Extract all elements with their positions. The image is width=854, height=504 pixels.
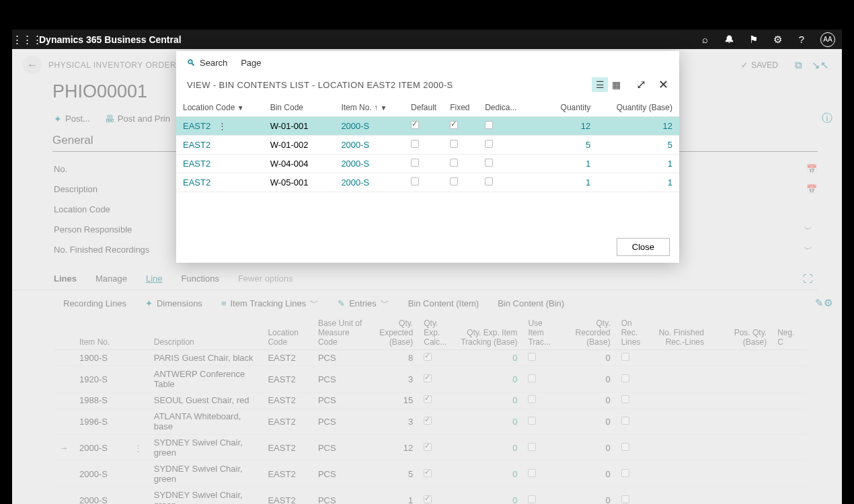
expand-icon[interactable]: ⤢: [636, 77, 646, 92]
list-view-icon[interactable]: ☰: [592, 77, 608, 92]
top-navbar: ⋮⋮⋮ Dynamics 365 Business Central ⌕ 🔔︎ ⚑…: [12, 30, 842, 49]
mcol-fixed[interactable]: Fixed: [443, 99, 478, 117]
table-row[interactable]: EAST2W-04-0042000-S11: [176, 155, 679, 173]
modal-search-button[interactable]: 🔍︎Search: [187, 58, 227, 68]
mcol-location[interactable]: Location Code ▼: [176, 99, 264, 117]
app-launcher-icon[interactable]: ⋮⋮⋮: [12, 34, 39, 46]
close-button[interactable]: Close: [617, 238, 670, 256]
mcol-default[interactable]: Default: [404, 99, 443, 117]
bin-contents-modal: 🔍︎Search Page VIEW - BIN CONTENTS LIST -…: [176, 51, 679, 263]
flag-icon[interactable]: ⚑: [741, 34, 765, 46]
mcol-bin[interactable]: Bin Code: [264, 99, 335, 117]
mcol-qty[interactable]: Quantity: [523, 99, 597, 117]
tile-view-icon[interactable]: ▦: [608, 77, 624, 92]
search-icon[interactable]: ⌕: [693, 34, 717, 45]
mcol-item[interactable]: Item No. ↑ ▼: [334, 99, 404, 117]
bin-contents-table: Location Code ▼ Bin Code Item No. ↑ ▼ De…: [176, 99, 679, 192]
mcol-qty-base[interactable]: Quantity (Base): [597, 99, 679, 117]
mcol-dedicated[interactable]: Dedica...: [478, 99, 523, 117]
table-row[interactable]: EAST2W-05-0012000-S11: [176, 173, 679, 192]
brand-title: Dynamics 365 Business Central: [39, 34, 182, 45]
user-avatar[interactable]: AA: [820, 32, 835, 47]
close-icon[interactable]: ✕: [658, 77, 668, 92]
notifications-icon[interactable]: 🔔︎: [717, 34, 741, 45]
modal-title: VIEW - BIN CONTENTS LIST - LOCATION EAST…: [187, 80, 453, 90]
settings-icon[interactable]: ⚙: [765, 34, 789, 46]
modal-page-button[interactable]: Page: [241, 58, 261, 68]
help-icon[interactable]: ?: [789, 34, 814, 45]
table-row[interactable]: EAST2W-01-0022000-S55: [176, 136, 679, 155]
table-row[interactable]: EAST2 ⋮W-01-0012000-S1212: [176, 117, 679, 136]
